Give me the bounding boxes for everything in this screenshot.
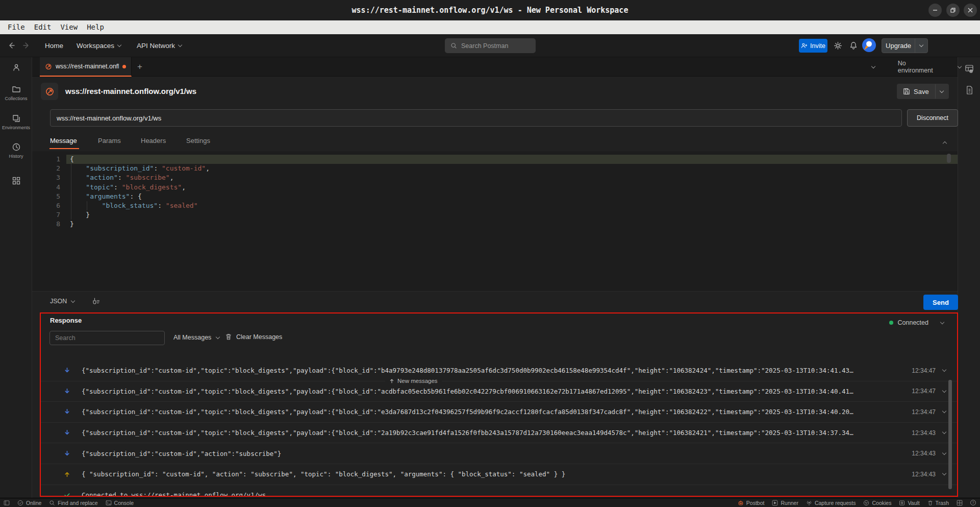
notifications-button[interactable] (849, 34, 858, 57)
sidebar-item-more[interactable] (0, 177, 32, 185)
menu-edit[interactable]: Edit (30, 20, 56, 34)
line-number: 7 (32, 210, 60, 220)
code-text: "arguments": { (60, 192, 142, 201)
save-menu-toggle[interactable] (936, 89, 949, 94)
code-line[interactable]: 3 "action": "subscribe", (32, 173, 958, 182)
back-button[interactable] (7, 34, 15, 57)
connection-status-dropdown[interactable]: Connected (889, 319, 945, 326)
documentation-button[interactable] (966, 86, 973, 94)
online-check-icon (17, 500, 23, 506)
environment-selector[interactable]: No environment (898, 60, 962, 74)
postbot-button[interactable]: Postbot (738, 500, 765, 506)
trash-button[interactable]: Trash (927, 500, 949, 506)
clear-messages-button[interactable]: Clear Messages (225, 333, 282, 341)
collapse-pane-button[interactable] (943, 138, 947, 147)
vault-button[interactable]: Vault (899, 500, 919, 506)
sidebar-item-user[interactable] (0, 63, 32, 71)
close-button[interactable] (964, 4, 977, 17)
chevron-down-icon (942, 368, 947, 373)
save-button[interactable]: Save (897, 88, 935, 95)
menu-file[interactable]: File (3, 20, 30, 34)
history-label: History (9, 154, 23, 159)
chevron-down-icon (942, 472, 947, 476)
beautify-button[interactable] (92, 297, 100, 305)
trash-icon (927, 500, 933, 506)
sidebar-item-history[interactable]: History (0, 142, 32, 159)
code-line[interactable]: 5 "arguments": { (32, 192, 958, 201)
tab-settings[interactable]: Settings (186, 137, 210, 144)
forward-button[interactable] (22, 34, 31, 57)
message-filter-dropdown[interactable]: All Messages (173, 334, 220, 341)
upgrade-button[interactable]: Upgrade (882, 38, 928, 53)
new-messages-indicator[interactable]: New messages (385, 377, 442, 385)
code-line[interactable]: 4 "topic": "block_digests", (32, 183, 958, 192)
websocket-url-input[interactable] (50, 109, 902, 127)
received-arrow-icon (64, 450, 74, 457)
nav-api-network[interactable]: API Network (137, 34, 183, 57)
tab-overflow-chevron-icon[interactable] (871, 65, 875, 69)
minimize-button[interactable] (928, 4, 942, 17)
cookies-button[interactable]: Cookies (863, 500, 891, 506)
console-button[interactable]: Console (106, 500, 134, 506)
message-text: {"subscription_id":"custom-id","topic":"… (82, 388, 904, 395)
invite-button[interactable]: Invite (799, 39, 827, 53)
expand-message-button[interactable] (936, 368, 953, 373)
editor-scrollbar[interactable] (947, 154, 951, 163)
message-editor[interactable]: 1{2 "subscription_id": "custom-id",3 "ac… (32, 151, 958, 291)
cookie-icon (863, 500, 869, 506)
message-type-selector[interactable]: JSON (50, 298, 76, 305)
message-row[interactable]: Connected to wss://rest-mainnet.onflow.o… (41, 485, 957, 496)
send-button[interactable]: Send (923, 295, 958, 310)
response-search-input[interactable] (49, 331, 165, 345)
panel-layout-button[interactable] (957, 500, 963, 506)
message-row[interactable]: {"subscription_id":"custom-id","topic":"… (41, 381, 957, 402)
request-tab[interactable]: wss://rest-mainnet.onflo (40, 57, 132, 77)
received-arrow-icon (64, 408, 74, 415)
message-row[interactable]: {"subscription_id":"custom-id","topic":"… (41, 402, 957, 423)
websocket-icon (45, 87, 55, 96)
capture-requests-button[interactable]: Capture requests (806, 500, 856, 506)
account-avatar[interactable] (862, 38, 876, 52)
code-line[interactable]: 6 "block_status": "sealed" (32, 201, 958, 210)
tab-params[interactable]: Params (98, 137, 121, 144)
environment-quick-look-button[interactable] (965, 64, 974, 74)
disconnect-button[interactable]: Disconnect (907, 109, 958, 127)
message-row[interactable]: {"subscription_id":"custom-id","topic":"… (41, 360, 957, 381)
code-line[interactable]: 1{ (32, 155, 958, 164)
runner-button[interactable]: Runner (772, 500, 798, 506)
message-row[interactable]: { "subscription_id": "custom-id", "actio… (41, 464, 957, 485)
code-text: "topic": "block_digests", (60, 183, 186, 192)
code-line[interactable]: 7 } (32, 210, 958, 220)
online-status[interactable]: Online (17, 500, 41, 506)
find-and-replace-button[interactable]: Find and replace (49, 500, 97, 506)
line-number: 5 (32, 192, 60, 201)
nav-home[interactable]: Home (45, 34, 63, 57)
menu-view[interactable]: View (56, 20, 82, 34)
main-toolbar: Home Workspaces API Network Search Postm… (0, 34, 980, 57)
new-tab-button[interactable]: + (134, 61, 145, 73)
help-button[interactable]: ? (970, 500, 976, 505)
sidebar-item-collections[interactable]: Collections (0, 85, 32, 101)
search-icon (450, 42, 457, 49)
response-scrollbar[interactable] (948, 380, 952, 489)
capture-requests-label: Capture requests (815, 500, 856, 506)
message-row[interactable]: {"subscription_id":"custom-id","action":… (41, 443, 957, 464)
message-row[interactable]: {"subscription_id":"custom-id","topic":"… (41, 423, 957, 444)
restore-button[interactable] (946, 4, 960, 17)
code-line[interactable]: 8} (32, 220, 958, 229)
menu-help[interactable]: Help (82, 20, 109, 34)
global-search[interactable]: Search Postman (445, 38, 536, 53)
sidebar-item-environments[interactable]: Environments (0, 114, 32, 130)
sidebar-toggle-button[interactable] (4, 500, 10, 506)
postman-window: wss://rest-mainnet.onflow.org/v1/ws - Ne… (0, 0, 980, 507)
code-line[interactable]: 2 "subscription_id": "custom-id", (32, 164, 958, 173)
cookies-label: Cookies (872, 500, 891, 506)
settings-button[interactable] (834, 34, 842, 57)
message-timestamp: 12:34:47 (904, 367, 936, 374)
sidebar-toggle-icon (4, 500, 10, 506)
upgrade-menu-toggle[interactable] (915, 43, 927, 48)
nav-workspaces[interactable]: Workspaces (77, 34, 122, 57)
tab-message[interactable]: Message (50, 137, 77, 144)
minimize-icon (933, 8, 938, 13)
tab-headers[interactable]: Headers (141, 137, 166, 144)
